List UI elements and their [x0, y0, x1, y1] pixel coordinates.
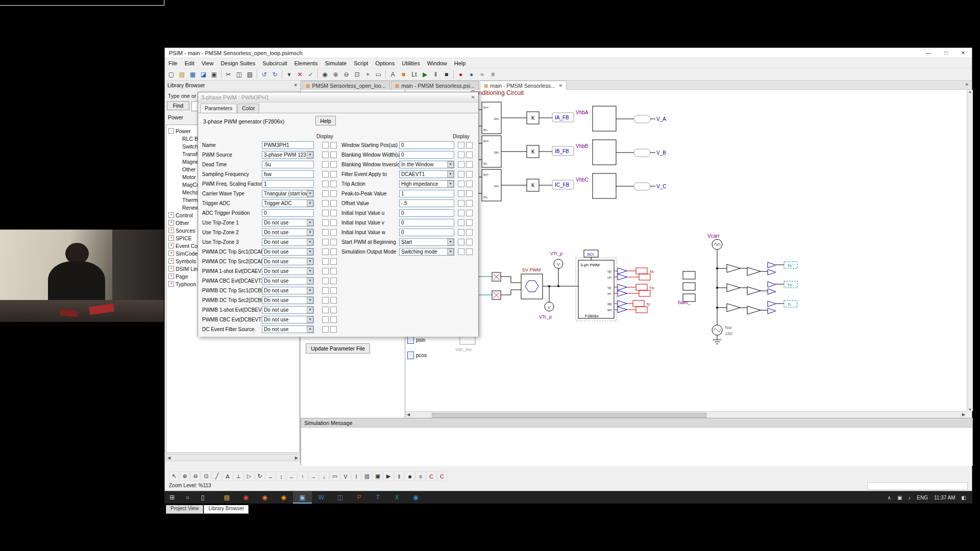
element-tool-icon[interactable]: ▭	[330, 471, 340, 481]
display-checkbox[interactable]	[322, 200, 329, 207]
display-checkbox[interactable]	[322, 326, 329, 333]
schematic-shape[interactable]	[618, 274, 627, 280]
display-checkbox[interactable]	[322, 152, 329, 158]
parameter-field[interactable]: 1 ▼	[262, 180, 314, 188]
display-checkbox[interactable]	[322, 229, 329, 236]
menu-item[interactable]: Simulate	[321, 60, 350, 66]
clock[interactable]: 11:37 AM	[931, 495, 959, 500]
display-checkbox[interactable]	[458, 210, 464, 216]
parameter-field[interactable]: 0 ▼	[262, 209, 314, 217]
save-icon[interactable]: ▦	[187, 69, 198, 80]
search-icon[interactable]: ○	[180, 494, 195, 501]
stop-icon[interactable]: ■	[441, 69, 452, 80]
schematic-shape[interactable]	[618, 284, 627, 290]
wire-tool-icon[interactable]: ╱	[212, 471, 222, 481]
display-checkbox[interactable]	[322, 239, 329, 245]
display-checkbox[interactable]	[322, 171, 329, 178]
display-checkbox-2[interactable]	[330, 239, 337, 245]
expand-icon[interactable]: +	[168, 220, 174, 226]
expand-icon[interactable]: +	[168, 212, 174, 218]
ground-tool-icon[interactable]: ⊥	[233, 471, 243, 481]
text-icon[interactable]: A	[387, 69, 398, 80]
display-checkbox[interactable]	[458, 152, 464, 158]
display-checkbox-2[interactable]	[466, 248, 473, 255]
pause-tool-icon[interactable]: ‖	[394, 471, 404, 481]
menu-item[interactable]: View	[198, 60, 217, 66]
scroll-right-icon[interactable]: ▶	[295, 456, 298, 460]
parameter-field[interactable]: Do not use ▼	[262, 267, 314, 275]
menu-item[interactable]: Subcircuit	[259, 60, 290, 66]
probe-icon[interactable]: ◉	[320, 69, 330, 80]
parameter-field[interactable]: Do not use ▼	[262, 287, 314, 294]
parameter-field[interactable]: Do not use ▼	[262, 248, 314, 256]
dropdown-arrow-icon[interactable]: ▼	[307, 316, 313, 323]
display-checkbox[interactable]	[458, 200, 464, 207]
expand-icon[interactable]: +	[168, 273, 174, 279]
display-checkbox-2[interactable]	[466, 171, 473, 178]
display-checkbox[interactable]	[322, 258, 329, 265]
schematic-shape[interactable]	[618, 307, 627, 313]
start-button[interactable]: ⊞	[164, 494, 180, 501]
schematic-shape[interactable]	[727, 284, 740, 292]
menu-item[interactable]: Help	[451, 60, 470, 66]
parameter-field[interactable]: Do not use ▼	[262, 277, 314, 285]
display-checkbox-2[interactable]	[330, 219, 337, 226]
schematic-shape[interactable]	[727, 264, 740, 272]
schematic-shape[interactable]	[747, 306, 761, 314]
parameter-field[interactable]: Do not use ▼	[262, 316, 314, 323]
display-checkbox[interactable]	[458, 229, 464, 236]
document-tab[interactable]: ▦ PMSM Sensorless_open_loo... ✕	[302, 81, 390, 90]
schematic-shape[interactable]	[768, 282, 776, 287]
schematic-subcircuit-item[interactable]: psin	[407, 336, 425, 344]
display-checkbox-2[interactable]	[330, 278, 337, 284]
dropdown-arrow-icon[interactable]: ▼	[307, 190, 313, 197]
expand-icon[interactable]: +	[168, 281, 174, 287]
schematic-shape[interactable]	[618, 268, 627, 274]
powerpoint-icon[interactable]: P	[350, 491, 369, 504]
display-checkbox[interactable]	[322, 142, 329, 148]
dropdown-arrow-icon[interactable]: ▼	[307, 229, 313, 236]
expand-icon[interactable]: +	[168, 243, 174, 248]
list-tool-icon[interactable]: ≡	[415, 471, 426, 481]
dropdown-arrow-icon[interactable]: ▼	[447, 239, 454, 245]
parameter-field[interactable]: 3-phase PWM 123 ▼	[262, 151, 314, 159]
parameter-field[interactable]: Do not use ▼	[262, 306, 314, 314]
flip-horizontal-icon[interactable]: ↔	[265, 471, 276, 481]
expand-icon[interactable]: +	[168, 266, 174, 271]
expand-icon[interactable]: -	[168, 128, 174, 134]
cancel-icon[interactable]: ✕	[295, 69, 305, 80]
voltage-probe-icon[interactable]: ●	[455, 69, 466, 80]
schematic-shape[interactable]	[747, 287, 761, 295]
display-checkbox[interactable]	[458, 171, 464, 178]
schematic-shape[interactable]	[747, 267, 761, 276]
wire-down-icon[interactable]: ↓	[319, 471, 329, 481]
dropdown-arrow-icon[interactable]: ▼	[307, 307, 313, 313]
panel-tab[interactable]: Library Browser	[204, 505, 249, 514]
display-checkbox[interactable]	[458, 239, 464, 245]
dropdown-arrow-icon[interactable]: ▼	[307, 239, 313, 245]
flip-vertical-icon[interactable]: ↕	[276, 471, 286, 481]
schematic-shape[interactable]	[618, 300, 627, 307]
dsp-icon[interactable]: ■	[398, 69, 409, 80]
excel-icon[interactable]: X	[387, 491, 406, 504]
scroll-up-icon[interactable]: ▲	[968, 90, 972, 93]
parameter-field[interactable]: 0 ▼	[399, 141, 454, 149]
dropdown-arrow-icon[interactable]: ▼	[307, 200, 313, 207]
display-checkbox-2[interactable]	[330, 142, 337, 148]
stop-tool-icon[interactable]: ■	[405, 471, 415, 481]
schematic-subcircuit-item[interactable]: pcos	[407, 352, 427, 359]
display-checkbox[interactable]	[458, 161, 464, 168]
dropdown-arrow-icon[interactable]: ▼	[307, 248, 313, 255]
language-indicator[interactable]: ENG	[914, 495, 931, 500]
schematic-shape[interactable]	[683, 283, 695, 290]
zoom-out-tool-icon[interactable]: ⊖	[190, 471, 201, 481]
menu-item[interactable]: Options	[372, 60, 398, 66]
dropdown-arrow-icon[interactable]: ▼	[447, 248, 454, 255]
label-tool-icon[interactable]: A	[223, 471, 233, 481]
schematic-shape[interactable]	[716, 287, 718, 289]
schematic-shape[interactable]	[557, 285, 559, 287]
parameter-field[interactable]: 0 ▼	[399, 151, 454, 159]
run-simulation-icon[interactable]: ▶	[420, 69, 430, 80]
close-button[interactable]: ✕	[954, 48, 972, 58]
schematic-shape[interactable]	[727, 304, 740, 312]
